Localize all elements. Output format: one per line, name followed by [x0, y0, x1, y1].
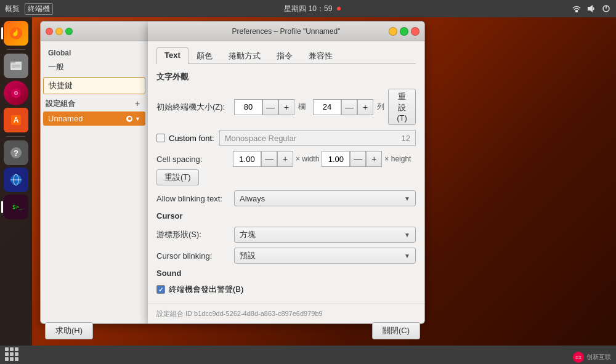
launcher-divider-1 [7, 49, 25, 50]
tab-command[interactable]: 指令 [269, 47, 301, 64]
launcher-globe[interactable] [4, 168, 28, 192]
power-icon[interactable] [601, 4, 611, 14]
tab-scrolling[interactable]: 捲動方式 [221, 47, 269, 64]
initial-size-row: 初始終端機大小(Z): — + 欄 — + 列 重設(T) [156, 89, 416, 125]
cursor-shape-value: 方塊 [240, 229, 256, 240]
sound-section: Sound ✓ 終端機會發出警聲(B) [156, 269, 416, 295]
text-appearance-title: 文字外觀 [156, 71, 416, 83]
pref-sidebar-titlebar [41, 22, 148, 41]
custom-font-label: Custom font: [169, 134, 214, 143]
win-close-button[interactable] [411, 27, 419, 36]
cursor-blinking-dropdown[interactable]: 預設 ▼ [234, 248, 416, 264]
sidebar-win-close[interactable] [46, 28, 53, 35]
launcher-music[interactable] [4, 81, 28, 105]
volume-icon[interactable] [586, 4, 596, 14]
cursor-shape-arrow-icon: ▼ [404, 232, 410, 238]
custom-font-row: Custom font: Monospace Regular 12 [156, 130, 416, 146]
cell-width-input[interactable] [233, 151, 261, 167]
pref-body: Text 顏色 捲動方式 指令 兼容性 文字外觀 初始終端機大小(Z): — +… [148, 41, 424, 304]
dialog-title: Preferences – Profile "Unnamed" [232, 27, 341, 36]
sidebar-profile-label: 設定組合 [46, 99, 75, 109]
columns-decrement-button[interactable]: — [262, 99, 278, 115]
win-maximize-button[interactable] [400, 27, 408, 36]
cell-width-decrement-button[interactable]: — [261, 151, 277, 167]
profile-id-label: 設定組合 ID b1dcc9dd-5262-4d8d-a863-c897e6d9… [156, 309, 323, 318]
launcher-files[interactable] [4, 54, 28, 78]
svg-point-11 [15, 92, 17, 94]
checkbox-check-icon: ✓ [158, 286, 163, 293]
launcher-firefox[interactable] [4, 21, 28, 46]
win-minimize-button[interactable] [389, 27, 397, 36]
apps-grid-button[interactable] [5, 347, 20, 362]
allow-blinking-arrow-icon: ▼ [404, 195, 410, 202]
sidebar-add-profile-button[interactable]: + [132, 98, 143, 109]
sidebar-content: Global 一般 快捷鍵 設定組合 + Unnamed ▼ [41, 41, 148, 132]
custom-font-checkbox[interactable] [156, 134, 165, 142]
launcher-help[interactable]: ? [4, 140, 28, 165]
profile-dot-inner [128, 117, 131, 120]
sidebar-item-shortcuts[interactable]: 快捷鍵 [43, 77, 145, 94]
overview-label[interactable]: 概覧 [5, 4, 20, 14]
initial-size-label: 初始終端機大小(Z): [156, 102, 230, 113]
pref-main-titlebar: Preferences – Profile "Unnamed" [148, 22, 424, 41]
cursor-shape-row: 游標形狀(S): 方塊 ▼ [156, 227, 416, 243]
rows-input[interactable] [313, 99, 341, 115]
terminal-bell-checkbox[interactable]: ✓ [156, 285, 165, 294]
cell-spacing-reset-button[interactable]: 重設(T) [156, 169, 199, 185]
profile-dot-icon [126, 116, 132, 122]
cell-width-increment-button[interactable]: + [277, 151, 293, 167]
columns-increment-button[interactable]: + [278, 99, 294, 115]
cursor-blinking-value: 預設 [240, 250, 256, 261]
sidebar-win-max[interactable] [65, 28, 73, 35]
grid-dot-3 [15, 347, 18, 351]
help-button[interactable]: 求助(H) [45, 322, 93, 339]
rows-stepper: — + [313, 99, 373, 115]
font-display[interactable]: Monospace Regular 12 [219, 130, 416, 146]
cursor-blinking-arrow-icon: ▼ [404, 253, 410, 259]
grid-dot-6 [15, 352, 18, 356]
tab-text[interactable]: Text [156, 47, 188, 64]
grid-dot-1 [5, 347, 9, 351]
sidebar-global-label: Global [41, 46, 148, 59]
topbar-right [572, 4, 611, 14]
grid-dot-2 [10, 347, 14, 351]
preferences-dialog: Global 一般 快捷鍵 設定組合 + Unnamed ▼ Preferenc… [40, 21, 425, 324]
win-controls [389, 27, 419, 36]
watermark-icon: CX [573, 352, 584, 363]
columns-input[interactable] [234, 99, 262, 115]
sidebar-profile-section: 設定組合 + [41, 95, 148, 110]
sidebar-win-min[interactable] [55, 28, 63, 35]
network-icon[interactable] [572, 4, 582, 14]
svg-rect-0 [575, 10, 578, 12]
tab-colors[interactable]: 顏色 [188, 47, 221, 64]
terminal-bell-label: 終端機會發出警聲(B) [169, 284, 243, 295]
svg-text:$>_: $>_ [12, 204, 23, 210]
svg-rect-6 [10, 62, 15, 63]
grid-dot-8 [10, 357, 14, 361]
watermark: CX 创新互联 [573, 352, 611, 363]
pref-sidebar-panel: Global 一般 快捷鍵 設定組合 + Unnamed ▼ [40, 21, 148, 324]
svg-text:CX: CX [575, 355, 582, 360]
cell-height-increment-button[interactable]: + [366, 151, 382, 167]
cell-height-decrement-button[interactable]: — [350, 151, 366, 167]
sidebar-item-general[interactable]: 一般 [41, 59, 148, 76]
bottombar: CX 创新互联 [0, 346, 616, 364]
svg-rect-8 [12, 67, 20, 68]
launcher-appcenter[interactable]: A [4, 108, 28, 132]
tab-compat[interactable]: 兼容性 [301, 47, 341, 64]
rows-unit-label: 列 [377, 102, 384, 112]
font-size: 12 [402, 134, 410, 143]
topbar-clock: 星期四 10：59 [284, 4, 340, 14]
cell-height-input[interactable] [322, 151, 350, 167]
terminal-menu-label[interactable]: 終端機 [25, 3, 53, 15]
allow-blinking-dropdown[interactable]: Always ▼ [234, 190, 416, 206]
initial-size-reset-button[interactable]: 重設(T) [388, 89, 416, 125]
cursor-shape-dropdown[interactable]: 方塊 ▼ [234, 227, 416, 243]
cursor-section-title: Cursor [156, 211, 416, 220]
close-button[interactable]: 關閉(C) [372, 322, 420, 339]
sidebar-profile-item[interactable]: Unnamed ▼ [43, 111, 145, 126]
rows-decrement-button[interactable]: — [341, 99, 357, 115]
launcher-terminal[interactable]: $>_ [4, 195, 28, 219]
rows-increment-button[interactable]: + [357, 99, 373, 115]
tab-bar: Text 顏色 捲動方式 指令 兼容性 [156, 47, 416, 64]
